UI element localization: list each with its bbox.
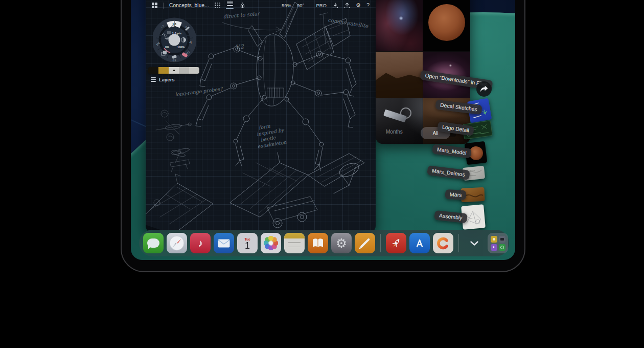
toolbar-divider [310,3,310,9]
mail-envelope-icon [218,239,230,248]
photos-flower-icon [264,236,278,250]
swatch-light-gray[interactable] [169,67,179,74]
library-tile-star: ★ [491,244,497,251]
photo-mars-surface[interactable] [376,52,423,98]
dock: ♪ Tue 1 [139,230,509,256]
dock-app-photos[interactable] [261,233,281,253]
notes-line [288,247,301,248]
swatch-white[interactable] [189,67,199,74]
dock-app-rocket[interactable] [386,233,406,253]
forward-arrow-icon [479,85,489,93]
concepts-c-icon [436,236,450,250]
messages-bubble-icon [147,238,159,248]
dock-collapse-button[interactable] [464,233,485,253]
concepts-app-window[interactable]: direct to solar comms satellite V.2 long… [146,0,376,233]
opacity-max-label: 100% [177,46,185,49]
dock-app-concepts[interactable] [433,233,453,253]
gallery-icon[interactable] [152,3,157,8]
dock-app-settings[interactable]: ⚙ [331,233,352,253]
layers-menu-icon[interactable] [226,2,234,9]
dock-app-mail[interactable] [214,233,234,253]
export-icon[interactable] [344,3,350,9]
rocket-icon [387,234,405,252]
swatch-mid-gray[interactable] [179,67,189,74]
document-title[interactable]: Concepts_blue... [169,3,209,8]
help-icon[interactable]: ? [366,3,370,8]
calendar-day: 1 [245,241,250,250]
dock-divider [380,234,381,252]
drag-label-mars[interactable]: Mars [445,189,467,200]
dock-app-appstore[interactable] [409,233,430,253]
photo-mars-globe[interactable] [423,0,470,51]
ring-size-4: 6.9 [173,59,176,62]
pen-mode-icon[interactable] [239,2,246,9]
notes-header-strip [284,233,305,238]
app-library-grid: ★ [491,236,505,251]
ipad-device: direct to solar comms satellite V.2 long… [121,0,525,272]
dock-app-calendar[interactable]: Tue 1 [237,233,258,253]
precision-grid-icon[interactable] [215,3,220,8]
settings-gear-icon[interactable]: ⚙ [356,3,361,8]
zoom-level[interactable]: 59% [282,3,291,8]
stroke-size-label: 1.6 pts [172,32,181,35]
library-tile-yellow [491,236,497,243]
books-icon [312,238,324,248]
share-button[interactable] [476,81,492,97]
selected-swatch-dot [173,70,175,71]
annotation-probes: long-range probes? [175,85,224,98]
dock-app-safari[interactable] [167,233,187,253]
rotation-value[interactable]: 90° [297,3,304,8]
linea-pen-icon [360,238,370,248]
appstore-a-icon [413,236,426,250]
music-note-icon: ♪ [198,237,203,249]
settings-gear-glyph: ⚙ [336,236,347,251]
annotation-version: V.2 [235,43,245,51]
dock-app-library[interactable]: ★ [488,233,508,253]
library-tile-camera [499,236,505,243]
dock-app-books[interactable] [308,233,328,253]
color-palette-strip[interactable] [148,67,199,74]
layers-label: Layers [159,77,175,82]
opacity-min-label: 0% [165,46,169,49]
notes-line [288,242,301,243]
swatch-gold[interactable] [158,67,169,74]
dock-app-messages[interactable] [143,233,164,253]
toolbar-divider [163,3,164,9]
layers-button[interactable]: Layers [151,77,175,82]
dock-app-music[interactable]: ♪ [190,233,211,253]
swatch-black[interactable] [148,67,158,74]
dock-app-linea[interactable] [355,233,375,253]
dock-app-notes[interactable] [284,233,305,253]
safari-compass-icon [169,235,185,251]
import-icon[interactable] [332,3,338,9]
mars-globe-image [428,4,465,41]
layers-icon [151,77,156,82]
pro-badge[interactable]: PRO [316,3,327,8]
dock-divider [458,234,459,252]
active-tool-size: 1.6 [172,23,176,26]
library-tile-green [499,244,505,251]
photo-flame-nebula[interactable] [376,0,423,51]
concepts-toolbar: Concepts_blue... 59% 90° PRO ⚙ ? [146,0,376,11]
tab-months[interactable]: Months [386,129,403,135]
tool-wheel[interactable]: 1.6 1.3 5.5 14.5 6.9 A Pa 1.6 pts 0% [153,11,196,63]
annotation-direct-to-solar: direct to solar [223,11,261,19]
chevron-down-icon [470,241,478,246]
ipad-screen: direct to solar comms satellite V.2 long… [131,0,515,260]
